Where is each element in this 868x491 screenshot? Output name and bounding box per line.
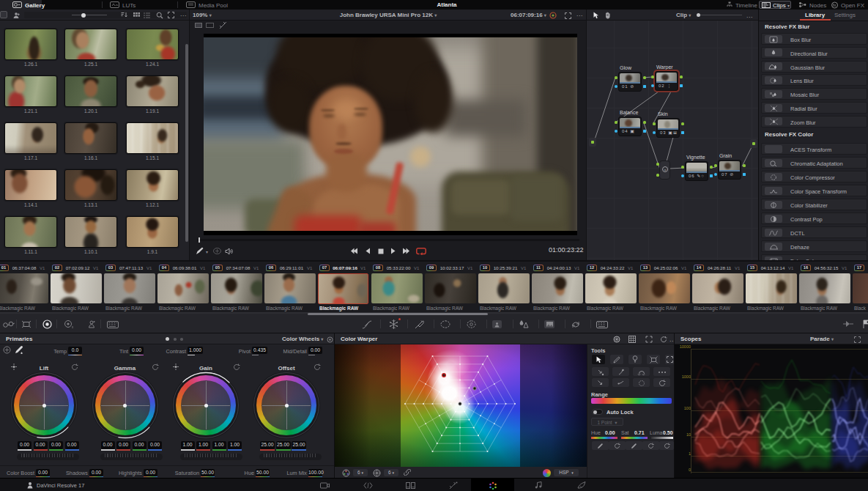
svg-text:fx: fx	[833, 3, 837, 7]
svg-text:x: x	[72, 325, 74, 329]
